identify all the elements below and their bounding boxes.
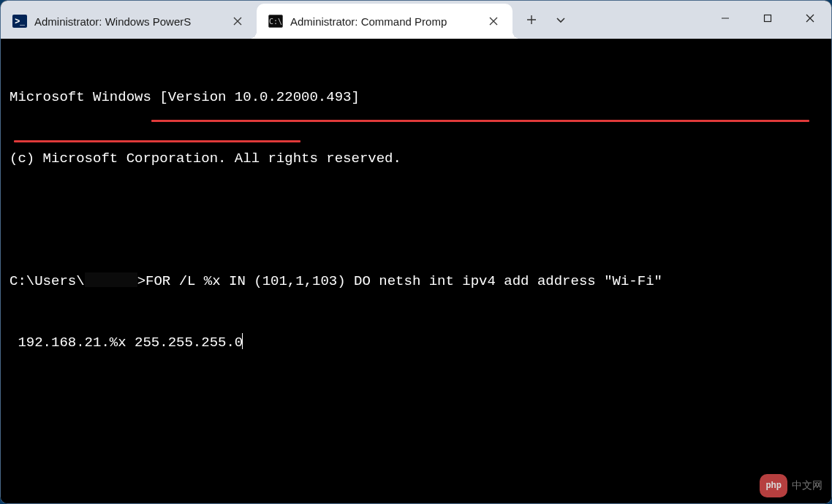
close-icon xyxy=(233,17,242,26)
blank-line xyxy=(10,210,822,230)
close-tab-button[interactable] xyxy=(483,11,504,31)
tabbar-actions xyxy=(517,1,575,39)
tab-label: Administrator: Command Promp xyxy=(290,15,476,28)
banner-line: Microsoft Windows [Version 10.0.22000.49… xyxy=(10,87,822,107)
maximize-button[interactable] xyxy=(746,1,789,36)
annotation-underline xyxy=(151,120,809,122)
tab-powershell[interactable]: >_ Administrator: Windows PowerS xyxy=(1,4,257,39)
plus-icon xyxy=(526,15,537,25)
terminal-window: >_ Administrator: Windows PowerS C:\ Adm… xyxy=(0,0,832,504)
cmd-icon: C:\ xyxy=(268,14,283,28)
watermark: php 中文网 xyxy=(760,474,822,497)
tab-cmd[interactable]: C:\ Administrator: Command Promp xyxy=(257,4,513,39)
annotation-underline xyxy=(14,140,300,142)
new-tab-button[interactable] xyxy=(517,2,546,37)
prompt-suffix: > xyxy=(137,273,145,289)
banner-line: (c) Microsoft Corporation. All rights re… xyxy=(10,148,822,169)
tab-strip: >_ Administrator: Windows PowerS C:\ Adm… xyxy=(1,1,513,39)
minimize-button[interactable] xyxy=(704,1,746,36)
chevron-down-icon xyxy=(556,15,566,25)
text-cursor xyxy=(242,333,243,349)
command-continuation: 192.168.21.%x 255.255.255.0 xyxy=(10,332,822,353)
close-tab-button[interactable] xyxy=(227,11,248,31)
minimize-icon xyxy=(721,14,730,23)
command-text: 192.168.21.%x 255.255.255.0 xyxy=(10,335,243,351)
redacted-username xyxy=(85,272,137,287)
titlebar[interactable]: >_ Administrator: Windows PowerS C:\ Adm… xyxy=(1,1,831,39)
command-text: FOR /L %x IN (101,1,103) DO netsh int ip… xyxy=(145,273,662,289)
window-controls xyxy=(704,1,831,36)
tab-label: Administrator: Windows PowerS xyxy=(34,15,220,28)
close-icon xyxy=(489,17,498,26)
prompt-prefix: C:\Users\ xyxy=(10,273,85,289)
terminal-viewport[interactable]: Microsoft Windows [Version 10.0.22000.49… xyxy=(1,39,831,503)
svg-rect-0 xyxy=(765,15,771,22)
powershell-icon: >_ xyxy=(12,14,27,28)
maximize-icon xyxy=(763,14,772,23)
watermark-badge: php xyxy=(760,474,787,497)
watermark-text: 中文网 xyxy=(792,476,822,496)
close-window-button[interactable] xyxy=(789,1,831,36)
close-icon xyxy=(806,14,814,23)
prompt-line: C:\Users\>FOR /L %x IN (101,1,103) DO ne… xyxy=(10,271,822,291)
tab-dropdown-button[interactable] xyxy=(546,2,575,37)
